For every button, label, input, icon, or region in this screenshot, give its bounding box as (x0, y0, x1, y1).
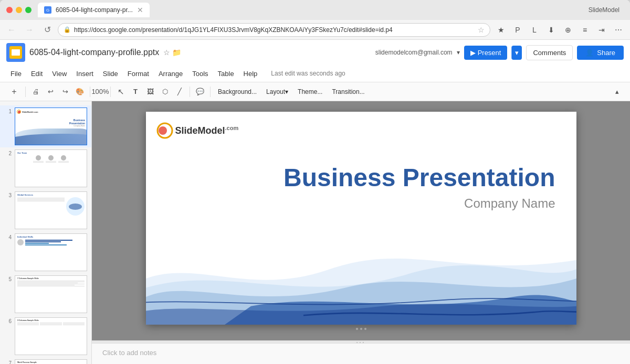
slide-preview-2: Our Team (15, 149, 87, 187)
undo-button[interactable]: ↩ (44, 85, 57, 99)
notes-container: ••• Click to add notes (92, 340, 630, 364)
tab-close-icon[interactable]: ✕ (137, 6, 143, 14)
more-icon[interactable]: ⋯ (611, 23, 626, 37)
slide-num-1: 1 (4, 109, 12, 114)
slidemodel-logo-icon (156, 122, 173, 139)
folder-icon[interactable]: 📁 (172, 48, 181, 57)
menu-insert[interactable]: Insert (72, 68, 98, 80)
forward-button[interactable]: → (22, 23, 37, 37)
print-button[interactable]: 🖨 (29, 85, 43, 99)
lastpass-icon[interactable]: L (527, 23, 542, 37)
zoom-button[interactable]: 100% (93, 85, 107, 99)
slide-thumbnail-5[interactable]: 5 7 Columns Sample Slide (0, 273, 91, 315)
menu-slide[interactable]: Slide (99, 68, 122, 80)
connection-icon[interactable]: ⊕ (561, 23, 575, 37)
comment-button[interactable]: 💬 (193, 85, 207, 99)
person-icon: 👤 (585, 49, 594, 57)
star-file-icon[interactable]: ☆ (163, 48, 170, 57)
back-button[interactable]: ← (4, 23, 19, 37)
bookmark-icon[interactable]: ☆ (478, 26, 485, 34)
canvas-area: SlideModel.com Business Presentation Com… (92, 101, 630, 364)
menu-table[interactable]: Table (214, 68, 238, 80)
user-dropdown-icon[interactable]: ▾ (457, 49, 460, 56)
menu-arrange[interactable]: Arrange (154, 68, 187, 80)
svg-point-3 (159, 126, 167, 135)
slide-thumbnail-4[interactable]: 4 Individual Skills (0, 231, 91, 273)
download-icon[interactable]: ⬇ (544, 23, 559, 37)
notes-area[interactable]: Click to add notes (92, 343, 630, 364)
reload-button[interactable]: ↺ (40, 23, 55, 37)
zoom-menu-button[interactable]: + (6, 85, 22, 99)
extensions-icon[interactable]: ★ (494, 23, 508, 37)
last-edit-text: Last edit was seconds ago (271, 70, 345, 77)
app-logo (6, 43, 25, 62)
slide-preview-1: SlideModel.com Business Presentation Com… (15, 108, 87, 145)
browser-tab[interactable]: G 6085-04-light-company-pr... ✕ (38, 3, 150, 17)
slide-preview-3: Global Services (15, 191, 87, 229)
menu-format[interactable]: Format (123, 68, 153, 80)
image-button[interactable]: 🖼 (143, 85, 157, 99)
edit-toolbar: + 🖨 ↩ ↪ 🎨 100% ↖ T 🖼 ⬡ ╱ 💬 Background...… (0, 82, 630, 101)
slide7-title-text: Work Process Sample (17, 361, 85, 363)
present-button[interactable]: ▶ Present (464, 46, 508, 60)
app-content: 6085-04-light-company-profile.pptx ☆ 📁 s… (0, 40, 630, 364)
slide6-title-text: 3 Columns Sample Slide (17, 319, 85, 322)
slide-thumbnail-6[interactable]: 6 3 Columns Sample Slide (0, 315, 91, 357)
slide-preview-5: 7 Columns Sample Slide (15, 275, 87, 313)
forward-icon[interactable]: ⇥ (594, 23, 609, 37)
slide-thumbnail-1[interactable]: 1 SlideModel.com Business Presentation C… (0, 105, 91, 147)
slide-preview-4: Individual Skills (15, 233, 87, 271)
paint-format-button[interactable]: 🎨 (73, 85, 87, 99)
user-email: slidemodelcom@gmail.com (375, 49, 453, 56)
url-bar[interactable]: 🔒 https://docs.google.com/presentation/d… (58, 23, 490, 37)
shapes-button[interactable]: ⬡ (158, 85, 172, 99)
redo-button[interactable]: ↪ (58, 85, 72, 99)
app-title-bar: 6085-04-light-company-profile.pptx ☆ 📁 s… (0, 40, 630, 65)
menu-edit[interactable]: Edit (27, 68, 47, 80)
theme-button[interactable]: Theme... (293, 85, 327, 99)
tab-area: G 6085-04-light-company-pr... ✕ (38, 3, 589, 17)
slide-title-area[interactable]: Business Presentation Company Name (284, 164, 555, 211)
maximize-button[interactable] (25, 7, 32, 13)
slide2-title-text: Our Team (17, 152, 85, 154)
background-button[interactable]: Background... (214, 85, 261, 99)
slide-thumbnail-7[interactable]: 7 Work Process Sample ✓ ✓ ✓ ✓ (0, 357, 91, 364)
close-button[interactable] (6, 7, 13, 13)
line-button[interactable]: ╱ (173, 85, 186, 99)
traffic-lights (6, 7, 32, 13)
scroll-indicator (356, 328, 366, 330)
collapse-toolbar-button[interactable]: ▴ (610, 85, 624, 99)
canvas-scroll[interactable]: SlideModel.com Business Presentation Com… (92, 101, 630, 340)
slide-canvas[interactable]: SlideModel.com Business Presentation Com… (146, 112, 576, 325)
browser-action-icons: ★ P L ⬇ ⊕ ≡ ⇥ ⋯ (494, 23, 626, 37)
toolbar-separator-4 (190, 87, 190, 97)
slide-thumbnail-3[interactable]: 3 Global Services (0, 189, 91, 231)
header-right: slidemodelcom@gmail.com ▾ ▶ Present ▾ Co… (375, 45, 624, 60)
file-action-icons: ☆ 📁 (163, 48, 181, 57)
slide-panel: 1 SlideModel.com Business Presentation C… (0, 101, 92, 364)
slide-thumbnail-2[interactable]: 2 Our Team (0, 147, 91, 189)
comments-button[interactable]: Comments (526, 45, 573, 60)
menu-view[interactable]: View (48, 68, 71, 80)
minimize-button[interactable] (16, 7, 22, 13)
share-button[interactable]: 👤 Share (577, 46, 624, 60)
cursor-button[interactable]: ↖ (114, 85, 128, 99)
layout-button[interactable]: Layout▾ (262, 85, 292, 99)
menu-file[interactable]: File (6, 68, 26, 80)
slide-num-2: 2 (4, 151, 12, 156)
main-area: 1 SlideModel.com Business Presentation C… (0, 101, 630, 364)
transition-button[interactable]: Transition... (328, 85, 369, 99)
browser-brand: SlideModel (589, 6, 624, 14)
slide3-title-text: Global Services (17, 194, 85, 196)
text-button[interactable]: T (129, 85, 142, 99)
slide-num-3: 3 (4, 192, 12, 198)
slide4-title-text: Individual Skills (17, 235, 85, 238)
pinterest-icon[interactable]: P (510, 23, 525, 37)
svg-rect-1 (12, 49, 20, 56)
menu-tools[interactable]: Tools (188, 68, 212, 80)
layers-icon[interactable]: ≡ (578, 23, 592, 37)
slide-logo: SlideModel.com (156, 122, 239, 139)
menu-bar: File Edit View Insert Slide Format Arran… (0, 65, 630, 82)
present-dropdown-button[interactable]: ▾ (511, 46, 522, 60)
menu-help[interactable]: Help (239, 68, 262, 80)
